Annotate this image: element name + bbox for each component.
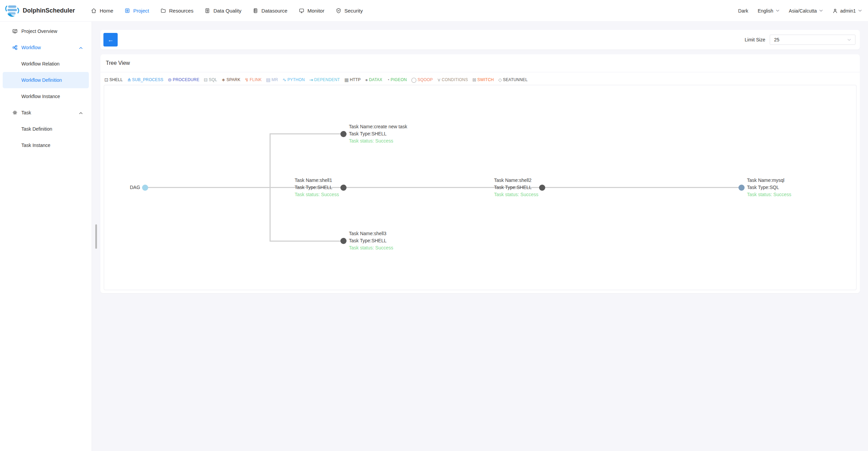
datax-task-icon: ●	[365, 77, 368, 82]
node-label-mysql: Task Name:mysql Task Type:SQL Task statu…	[747, 177, 791, 198]
legend-item-procedure: ⊜PROCEDURE	[168, 77, 199, 82]
workflow-icon	[12, 45, 18, 50]
timezone-select[interactable]: Asia/Calcutta	[789, 8, 823, 14]
legend-item-sql: ⊟SQL	[204, 77, 217, 82]
page-title: Tree View	[100, 54, 860, 72]
sidebar-item-workflow-relation[interactable]: Workflow Relation	[3, 56, 89, 72]
legend-item-pigeon: ◔PIGEON	[387, 77, 407, 82]
security-shield-icon	[336, 8, 341, 14]
tree-node-shell2[interactable]	[539, 185, 545, 191]
tree-node-shell1[interactable]	[340, 185, 347, 191]
user-icon	[832, 8, 838, 14]
sidebar-item-task-definition[interactable]: Task Definition	[3, 121, 89, 137]
tree-view-card: Tree View ⊡SHELL ⋔SUB_PROCESS ⊜PROCEDURE…	[100, 54, 860, 293]
legend-item-mr: ▤MR	[266, 77, 278, 82]
tree-chart-canvas: DAG Task Name:create new task Task Type:…	[104, 85, 856, 290]
folder-icon	[160, 8, 166, 14]
dag-root-circle[interactable]	[142, 185, 148, 191]
chevron-up-icon	[79, 110, 83, 115]
theme-toggle-button[interactable]: Dark	[738, 8, 748, 14]
legend-item-seatunnel: ◇SEATUNNEL	[498, 77, 528, 82]
toolbar-card: ← Limit Size 25	[100, 30, 860, 50]
back-button[interactable]: ←	[103, 33, 118, 46]
sidebar-item-task[interactable]: Task	[3, 105, 89, 121]
node-label-create-new-task: Task Name:create new task Task Type:SHEL…	[349, 123, 407, 145]
nav-item-project[interactable]: Project	[124, 0, 149, 22]
legend-item-switch: ⊠SWITCH	[472, 77, 494, 82]
gear-icon	[12, 110, 18, 115]
legend-item-dependent: ⇥DEPENDENT	[309, 77, 340, 82]
limit-size-value: 25	[774, 37, 780, 42]
brand-name: DolphinScheduler	[23, 7, 75, 14]
chevron-down-icon	[819, 10, 823, 12]
sidebar: Project Overview Workflow Workflow Relat…	[0, 22, 92, 451]
task-type-legend: ⊡SHELL ⋔SUB_PROCESS ⊜PROCEDURE ⊟SQL ∗SPA…	[100, 72, 860, 85]
spark-task-icon: ∗	[221, 77, 225, 82]
tree-edge	[270, 241, 344, 242]
limit-size-label: Limit Size	[745, 37, 765, 42]
sidebar-item-workflow-instance[interactable]: Workflow Instance	[3, 88, 89, 105]
tree-edge	[270, 133, 344, 134]
conditions-task-icon: ⋎	[437, 77, 441, 82]
dag-root-label: DAG	[130, 184, 140, 191]
main-content: ← Limit Size 25 Tree View ⊡SHELL ⋔SUB_PR…	[92, 22, 868, 451]
project-overview-icon	[12, 29, 18, 34]
main-menu: Home Project Resources Data Quality Data…	[91, 0, 363, 22]
legend-item-shell: ⊡SHELL	[104, 77, 123, 82]
chevron-down-icon	[776, 10, 780, 12]
nav-item-datasource[interactable]: Datasource	[253, 0, 288, 22]
sidebar-item-task-instance[interactable]: Task Instance	[3, 137, 89, 153]
user-menu[interactable]: admin1	[832, 8, 862, 14]
chevron-down-icon	[847, 39, 851, 41]
pigeon-task-icon: ◔	[387, 77, 389, 82]
dolphin-logo-icon	[5, 4, 20, 18]
scrollbar-thumb[interactable]	[95, 224, 97, 249]
home-icon	[91, 8, 97, 14]
language-select[interactable]: English	[758, 8, 780, 14]
sidebar-item-workflow[interactable]: Workflow	[3, 39, 89, 56]
data-quality-icon	[204, 8, 210, 14]
legend-item-http: ▦HTTP	[344, 77, 360, 82]
node-label-shell2: Task Name:shell2 Task Type:SHELL Task st…	[494, 177, 538, 198]
nav-item-security[interactable]: Security	[336, 0, 363, 22]
monitor-icon	[299, 8, 304, 14]
limit-size-control: Limit Size 25	[745, 35, 855, 45]
seatunnel-task-icon: ◇	[498, 77, 502, 82]
sqoop-task-icon: ◯	[411, 77, 417, 82]
database-icon	[253, 8, 258, 14]
sub-process-task-icon: ⋔	[127, 77, 131, 82]
sql-task-icon: ⊟	[204, 77, 208, 82]
tree-node-shell3[interactable]	[340, 238, 347, 244]
sidebar-item-project-overview[interactable]: Project Overview	[3, 23, 89, 39]
dolphinscheduler-logo[interactable]: DolphinScheduler	[0, 4, 78, 18]
procedure-task-icon: ⊜	[168, 77, 172, 82]
legend-item-sub-process: ⋔SUB_PROCESS	[127, 77, 163, 82]
chevron-down-icon	[858, 10, 862, 12]
switch-task-icon: ⊠	[472, 77, 476, 82]
dependent-task-icon: ⇥	[309, 77, 313, 82]
nav-item-resources[interactable]: Resources	[160, 0, 194, 22]
http-task-icon: ▦	[344, 77, 349, 82]
tree-node-mysql[interactable]	[738, 185, 745, 191]
legend-item-python: ∿PYTHON	[282, 77, 305, 82]
nav-item-monitor[interactable]: Monitor	[299, 0, 324, 22]
limit-size-select[interactable]: 25	[770, 35, 855, 45]
legend-item-flink: ↯FLINK	[245, 77, 262, 82]
nav-item-home[interactable]: Home	[91, 0, 113, 22]
navbar-right: Dark English Asia/Calcutta admin1	[738, 8, 868, 14]
back-arrow-icon: ←	[107, 36, 114, 43]
project-icon	[124, 8, 130, 14]
legend-item-datax: ●DATAX	[365, 77, 382, 82]
legend-item-spark: ∗SPARK	[221, 77, 240, 82]
python-task-icon: ∿	[282, 77, 287, 82]
sidebar-item-workflow-definition[interactable]: Workflow Definition	[3, 72, 89, 88]
node-label-shell3: Task Name:shell3 Task Type:SHELL Task st…	[349, 230, 393, 251]
chevron-up-icon	[79, 45, 83, 50]
nav-item-data-quality[interactable]: Data Quality	[204, 0, 241, 22]
node-label-shell1: Task Name:shell1 Task Type:SHELL Task st…	[295, 177, 339, 198]
flink-task-icon: ↯	[245, 77, 249, 82]
tree-node-create-new-task[interactable]	[340, 131, 347, 137]
shell-task-icon: ⊡	[104, 77, 108, 82]
tree-edge	[145, 187, 742, 188]
tree-edge	[270, 133, 271, 242]
